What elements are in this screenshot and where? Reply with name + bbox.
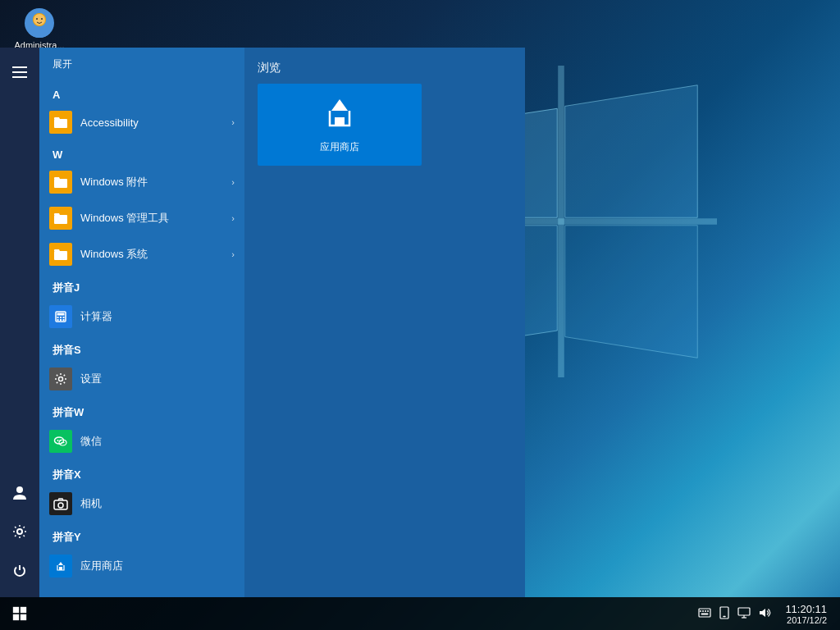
svg-point-30 — [57, 440, 59, 441]
app-name-wechat: 微信 — [80, 434, 235, 449]
start-menu-sidebar — [0, 48, 39, 597]
svg-point-9 — [36, 18, 38, 20]
svg-rect-24 — [63, 317, 65, 318]
app-item-windows-admin[interactable]: Windows 管理工具 › — [39, 200, 244, 236]
avatar — [25, 8, 54, 38]
svg-marker-1 — [565, 85, 698, 218]
start-button[interactable] — [0, 597, 39, 630]
folder-icon — [49, 243, 72, 266]
app-item-windows-accessories[interactable]: Windows 附件 › — [39, 164, 244, 200]
svg-point-14 — [16, 486, 23, 493]
store-icon — [49, 555, 72, 578]
svg-rect-41 — [21, 614, 26, 620]
sidebar-user-button[interactable] — [0, 474, 39, 510]
taskbar-system-icons — [698, 606, 772, 622]
svg-rect-50 — [738, 608, 750, 615]
svg-rect-18 — [54, 215, 67, 224]
app-item-wechat[interactable]: 微信 — [39, 423, 244, 459]
store-tile[interactable]: 应用商店 — [258, 84, 422, 166]
device-icon[interactable] — [719, 606, 729, 622]
svg-rect-19 — [54, 251, 67, 260]
svg-rect-23 — [60, 317, 62, 318]
svg-point-33 — [61, 442, 62, 444]
app-item-store-list[interactable]: 应用商店 — [39, 548, 244, 584]
section-header-pinyin-j: 拼音J — [39, 272, 244, 299]
chevron-icon: › — [231, 177, 235, 187]
app-item-accessibility[interactable]: Accessibility › — [39, 104, 244, 140]
calc-icon — [49, 305, 72, 328]
store-tile-icon — [323, 96, 356, 135]
chevron-icon: › — [231, 117, 235, 127]
svg-point-28 — [59, 377, 63, 381]
svg-point-10 — [41, 18, 43, 20]
store-tile-label: 应用商店 — [320, 140, 359, 154]
sidebar-settings-button[interactable] — [0, 514, 39, 550]
svg-rect-22 — [57, 317, 59, 318]
app-item-settings[interactable]: 设置 — [39, 361, 244, 397]
section-header-pinyin-y: 拼音Y — [39, 522, 244, 548]
section-header-w: W — [39, 140, 244, 164]
volume-icon[interactable] — [759, 607, 772, 621]
svg-point-15 — [17, 529, 22, 534]
svg-rect-40 — [13, 614, 19, 620]
svg-rect-42 — [699, 609, 710, 617]
camera-icon — [49, 492, 72, 515]
display-icon[interactable] — [737, 607, 751, 621]
svg-rect-17 — [54, 179, 67, 188]
section-header-a: A — [39, 80, 244, 104]
svg-point-34 — [63, 442, 65, 444]
svg-rect-38 — [13, 607, 19, 613]
svg-marker-3 — [565, 226, 698, 358]
app-item-camera[interactable]: 相机 — [39, 486, 244, 522]
svg-marker-53 — [760, 609, 765, 617]
svg-point-36 — [58, 503, 63, 508]
svg-rect-39 — [21, 607, 26, 613]
sidebar-nav — [0, 474, 39, 597]
section-header-pinyin-x: 拼音X — [39, 459, 244, 486]
wechat-icon — [49, 430, 72, 453]
app-item-windows-system[interactable]: Windows 系统 › — [39, 236, 244, 272]
start-menu: 展开 A Accessibility › W — [0, 48, 525, 597]
svg-rect-27 — [63, 319, 65, 321]
desktop-user-icon[interactable]: Administra... — [7, 8, 72, 50]
taskbar-date-display: 2017/12/2 — [785, 615, 827, 625]
chevron-icon: › — [231, 213, 235, 223]
app-name-accessibility: Accessibility — [80, 116, 231, 129]
app-name-camera: 相机 — [80, 496, 235, 511]
app-name-calculator: 计算器 — [80, 309, 235, 324]
hamburger-menu-button[interactable] — [0, 56, 39, 89]
app-list: 展开 A Accessibility › W — [39, 48, 244, 597]
svg-rect-12 — [12, 71, 27, 73]
svg-rect-11 — [12, 66, 27, 68]
folder-icon — [49, 171, 72, 194]
desktop: Administra... — [0, 0, 840, 630]
section-header-pinyin-w: 拼音W — [39, 397, 244, 423]
svg-rect-13 — [12, 76, 27, 78]
app-item-calculator[interactable]: 计算器 — [39, 299, 244, 335]
app-name-windows-admin: Windows 管理工具 — [80, 211, 231, 226]
taskbar-time-display: 11:20:11 — [785, 603, 827, 615]
settings-icon — [49, 368, 72, 390]
tiles-header: 浏览 — [258, 61, 512, 75]
svg-rect-26 — [60, 319, 62, 321]
svg-rect-21 — [57, 313, 65, 316]
taskbar-right: 11:20:11 2017/12/2 — [698, 597, 840, 630]
app-name-settings: 设置 — [80, 372, 235, 386]
sidebar-power-button[interactable] — [0, 553, 39, 589]
tiles-area: 浏览 应用商店 — [244, 48, 525, 597]
app-name-store-list: 应用商店 — [80, 559, 235, 573]
app-name-windows-accessories: Windows 附件 — [80, 175, 231, 189]
keyboard-icon[interactable] — [698, 607, 711, 620]
folder-icon — [49, 111, 72, 134]
svg-rect-16 — [54, 119, 67, 128]
folder-icon — [49, 207, 72, 230]
taskbar: 11:20:11 2017/12/2 — [0, 597, 840, 630]
svg-rect-25 — [57, 319, 59, 321]
expand-button[interactable]: 展开 — [39, 48, 244, 80]
taskbar-clock[interactable]: 11:20:11 2017/12/2 — [778, 603, 833, 625]
section-header-pinyin-s: 拼音S — [39, 335, 244, 361]
chevron-icon: › — [231, 249, 235, 259]
app-name-windows-system: Windows 系统 — [80, 247, 231, 262]
